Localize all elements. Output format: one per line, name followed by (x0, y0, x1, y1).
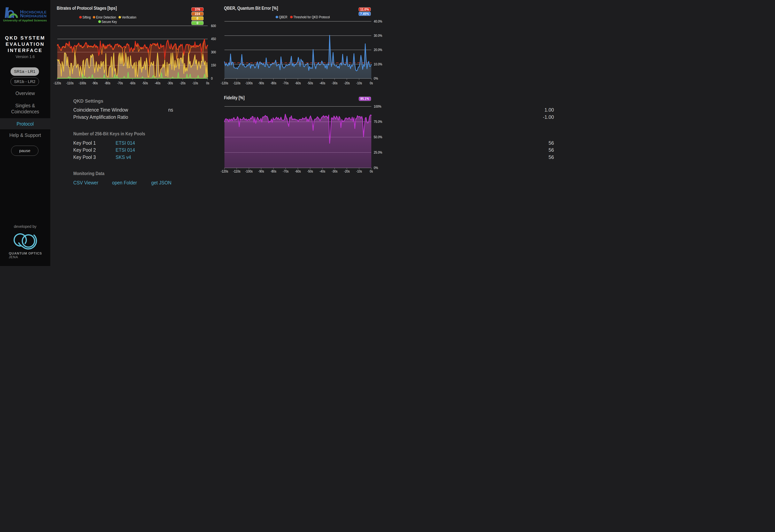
svg-text:-120s: -120s (221, 81, 228, 85)
svg-text:-70s: -70s (283, 169, 289, 173)
svg-text:-120s: -120s (221, 169, 228, 173)
svg-text:-60s: -60s (295, 81, 301, 85)
svg-text:-30s: -30s (167, 81, 173, 85)
svg-text:-90s: -90s (258, 81, 264, 85)
svg-text:-40s: -40s (320, 169, 325, 173)
svg-text:-10s: -10s (356, 81, 362, 85)
svg-text:-80s: -80s (271, 169, 276, 173)
svg-text:HOCHSCHULE: HOCHSCHULE (20, 9, 47, 14)
svg-text:University of Applied Sciences: University of Applied Sciences (3, 19, 47, 22)
svg-text:-110s: -110s (66, 81, 73, 85)
svg-text:-50s: -50s (307, 81, 313, 85)
svg-text:-20s: -20s (344, 169, 350, 173)
svg-text:-110s: -110s (233, 81, 240, 85)
svg-text:30.0%: 30.0% (374, 34, 382, 38)
svg-text:-60s: -60s (130, 81, 135, 85)
svg-text:100%: 100% (374, 105, 381, 108)
svg-text:-80s: -80s (104, 81, 110, 85)
svg-text:-50s: -50s (307, 169, 313, 173)
svg-text:0%: 0% (374, 77, 378, 80)
svg-text:-10s: -10s (356, 169, 362, 173)
svg-text:0s: 0s (370, 169, 373, 173)
svg-text:-40s: -40s (155, 81, 160, 85)
svg-text:25.0%: 25.0% (374, 151, 382, 154)
svg-text:0: 0 (211, 77, 213, 80)
svg-text:-40s: -40s (320, 81, 325, 85)
svg-text:20.0%: 20.0% (374, 48, 382, 52)
svg-text:0s: 0s (206, 81, 209, 85)
svg-text:-50s: -50s (142, 81, 148, 85)
svg-text:40.0%: 40.0% (374, 19, 382, 23)
svg-text:-20s: -20s (344, 81, 350, 85)
svg-text:-10s: -10s (192, 81, 198, 85)
svg-text:-60s: -60s (295, 169, 301, 173)
svg-text:-30s: -30s (332, 169, 338, 173)
svg-text:-80s: -80s (271, 81, 276, 85)
svg-text:-90s: -90s (92, 81, 98, 85)
svg-text:-100s: -100s (79, 81, 86, 85)
svg-text:-110s: -110s (233, 169, 240, 173)
svg-text:-100s: -100s (245, 81, 253, 85)
svg-text:-70s: -70s (117, 81, 123, 85)
svg-text:-90s: -90s (258, 169, 264, 173)
svg-text:-100s: -100s (245, 169, 253, 173)
svg-text:0s: 0s (370, 81, 373, 85)
svg-text:10.0%: 10.0% (374, 62, 382, 66)
svg-text:50.0%: 50.0% (374, 135, 382, 139)
svg-text:-30s: -30s (332, 81, 338, 85)
svg-text:-70s: -70s (283, 81, 289, 85)
svg-text:75.0%: 75.0% (374, 120, 382, 124)
svg-text:0%: 0% (374, 166, 378, 170)
svg-text:-120s: -120s (54, 81, 61, 85)
svg-text:-20s: -20s (180, 81, 185, 85)
